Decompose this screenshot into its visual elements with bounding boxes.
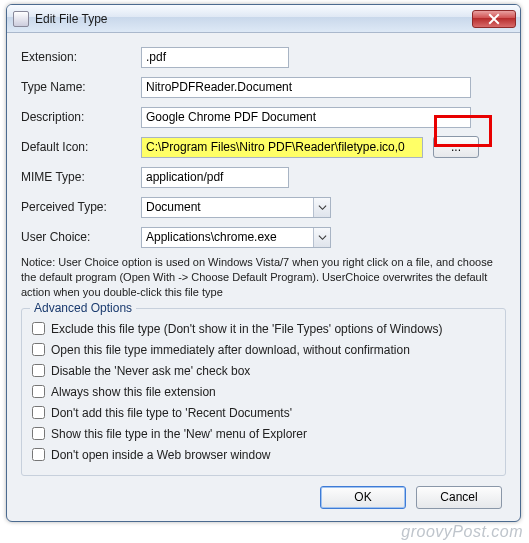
checkbox[interactable] bbox=[32, 343, 45, 356]
typename-label: Type Name: bbox=[21, 80, 141, 94]
mimetype-label: MIME Type: bbox=[21, 170, 141, 184]
advanced-options-title: Advanced Options bbox=[30, 301, 136, 315]
advanced-option-label: Always show this file extension bbox=[51, 385, 216, 399]
advanced-option-label: Exclude this file type (Don't show it in… bbox=[51, 322, 443, 336]
defaulticon-input[interactable] bbox=[141, 137, 423, 158]
advanced-option-label: Don't add this file type to 'Recent Docu… bbox=[51, 406, 292, 420]
userchoice-label: User Choice: bbox=[21, 230, 141, 244]
checkbox[interactable] bbox=[32, 448, 45, 461]
advanced-option[interactable]: Always show this file extension bbox=[32, 385, 495, 399]
advanced-options-group: Advanced Options Exclude this file type … bbox=[21, 308, 506, 476]
advanced-option-label: Show this file type in the 'New' menu of… bbox=[51, 427, 307, 441]
advanced-option[interactable]: Disable the 'Never ask me' check box bbox=[32, 364, 495, 378]
description-input[interactable] bbox=[141, 107, 471, 128]
app-icon bbox=[13, 11, 29, 27]
advanced-option[interactable]: Open this file type immediately after do… bbox=[32, 343, 495, 357]
advanced-option[interactable]: Exclude this file type (Don't show it in… bbox=[32, 322, 495, 336]
description-label: Description: bbox=[21, 110, 141, 124]
dialog-window: Edit File Type Extension: Type Name: Des… bbox=[6, 4, 521, 522]
titlebar[interactable]: Edit File Type bbox=[7, 5, 520, 33]
perceived-combo[interactable] bbox=[141, 197, 331, 218]
watermark: groovyPost.com bbox=[401, 523, 523, 541]
cancel-button[interactable]: Cancel bbox=[416, 486, 502, 509]
typename-input[interactable] bbox=[141, 77, 471, 98]
browse-icon-button[interactable]: ... bbox=[433, 136, 479, 158]
checkbox[interactable] bbox=[32, 406, 45, 419]
checkbox[interactable] bbox=[32, 322, 45, 335]
dialog-content: Extension: Type Name: Description: Defau… bbox=[7, 33, 520, 519]
userchoice-combo[interactable] bbox=[141, 227, 331, 248]
window-title: Edit File Type bbox=[35, 12, 472, 26]
ok-button[interactable]: OK bbox=[320, 486, 406, 509]
advanced-option[interactable]: Don't add this file type to 'Recent Docu… bbox=[32, 406, 495, 420]
notice-text: Notice: User Choice option is used on Wi… bbox=[21, 255, 506, 300]
mimetype-input[interactable] bbox=[141, 167, 289, 188]
advanced-option[interactable]: Don't open inside a Web browser window bbox=[32, 448, 495, 462]
extension-input[interactable] bbox=[141, 47, 289, 68]
perceived-label: Perceived Type: bbox=[21, 200, 141, 214]
dialog-buttons: OK Cancel bbox=[21, 486, 506, 509]
advanced-option[interactable]: Show this file type in the 'New' menu of… bbox=[32, 427, 495, 441]
checkbox[interactable] bbox=[32, 364, 45, 377]
advanced-option-label: Don't open inside a Web browser window bbox=[51, 448, 271, 462]
close-button[interactable] bbox=[472, 10, 516, 28]
checkbox[interactable] bbox=[32, 385, 45, 398]
advanced-option-label: Open this file type immediately after do… bbox=[51, 343, 410, 357]
extension-label: Extension: bbox=[21, 50, 141, 64]
advanced-option-label: Disable the 'Never ask me' check box bbox=[51, 364, 250, 378]
checkbox[interactable] bbox=[32, 427, 45, 440]
defaulticon-label: Default Icon: bbox=[21, 140, 141, 154]
